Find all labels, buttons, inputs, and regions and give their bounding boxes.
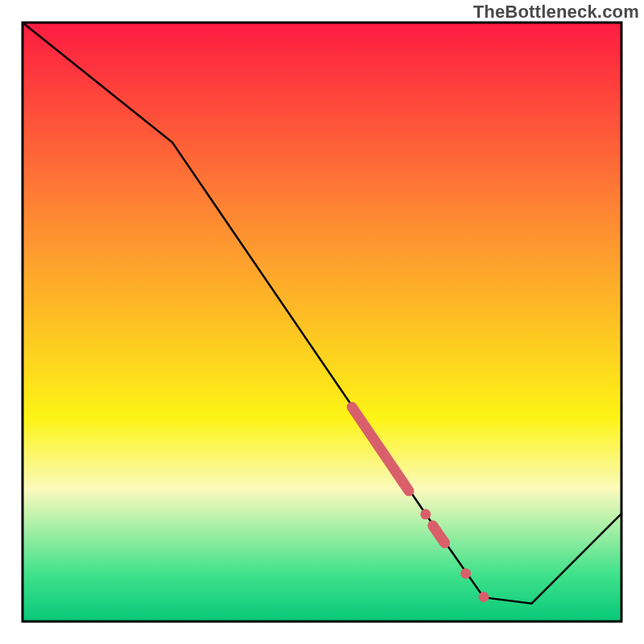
plot-background	[23, 23, 621, 621]
highlight-dot-3	[478, 592, 489, 602]
highlight-dot-1	[420, 509, 431, 519]
bottleneck-chart	[0, 0, 644, 644]
highlight-dot-2	[460, 568, 471, 579]
watermark-label: TheBottleneck.com	[473, 2, 639, 23]
chart-container: TheBottleneck.com	[0, 0, 644, 644]
